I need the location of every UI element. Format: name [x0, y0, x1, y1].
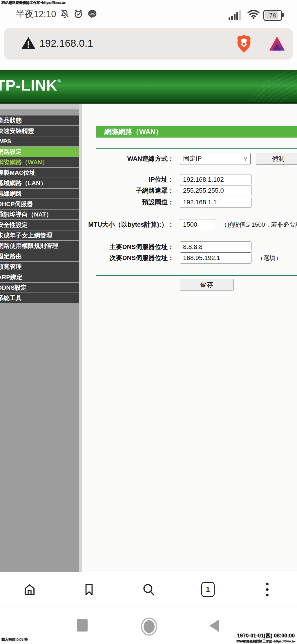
home-button[interactable]: [141, 618, 157, 636]
sidebar-item[interactable]: ARP綁定: [0, 272, 79, 282]
sidebar-item[interactable]: 頻寬管理: [0, 262, 79, 272]
mtu-label: MTU大小（以bytes計算):）：: [82, 220, 174, 229]
sidebar-item-label: 區域網路（LAN）: [0, 179, 46, 187]
mtu-note: （預設值是1500，若非必要請勿更: [221, 221, 297, 229]
dns1-input[interactable]: [180, 241, 251, 252]
clock: 半夜12:10: [16, 8, 56, 20]
sidebar-item-label: 安全性設定: [0, 221, 28, 229]
sidebar-item-label: 未成年子女上網管理: [0, 231, 52, 239]
dns1-row: 主要DNS伺服器位址：: [82, 241, 251, 252]
ip-row: IP位址：: [82, 174, 251, 185]
sidebar: 產品狀態快速安裝精靈WPS網路設定網際網路（WAN）複製MAC位址區域網路（LA…: [0, 104, 82, 572]
tab-count: 1: [201, 582, 215, 597]
save-button[interactable]: 儲存: [180, 279, 234, 291]
separator-line: [96, 275, 297, 276]
wan-type-label: WAN連線方式：: [82, 154, 174, 163]
dns2-label: 次要DNS伺服器位址：: [82, 254, 174, 262]
sidebar-item[interactable]: 安全性設定: [0, 220, 79, 230]
sidebar-item[interactable]: 區域網路（LAN）: [0, 178, 79, 188]
sidebar-item[interactable]: DHCP伺服器: [0, 199, 79, 209]
gateway-input[interactable]: [180, 197, 251, 208]
watermark-bottom: 3WA網路疑難排除工作室~https://3ma.tw: [236, 639, 295, 643]
sidebar-item[interactable]: 網路使用權限規則管理: [0, 241, 79, 251]
sidebar-item-label: 複製MAC位址: [0, 169, 36, 177]
sidebar-item[interactable]: 產品狀態: [0, 116, 79, 125]
gateway-row: 預設閘道：: [82, 197, 251, 208]
recents-button[interactable]: [77, 619, 88, 632]
gateway-label: 預設閘道：: [82, 198, 174, 207]
sidebar-item-label: 網路使用權限規則管理: [0, 242, 58, 250]
sidebar-menu: 產品狀態快速安裝精靈WPS網路設定網際網路（WAN）複製MAC位址區域網路（LA…: [0, 116, 79, 303]
ip-input[interactable]: [180, 174, 251, 185]
menu-dots-icon[interactable]: [259, 581, 276, 598]
datetime-text: 1970-01-01(四) 08:00:00: [237, 632, 295, 639]
sidebar-item[interactable]: 通訊埠導向（NAT）: [0, 210, 79, 219]
status-bar: 半夜12:10 LINE: [0, 5, 297, 23]
mtu-row: MTU大小（以bytes計算):）： （預設值是1500，若非必要請勿更: [82, 219, 297, 230]
battery-percent: 78: [264, 11, 281, 20]
back-button[interactable]: [209, 619, 219, 632]
wan-type-row: WAN連線方式： 固定IP ∨ 偵測: [82, 153, 297, 165]
tplink-banner: TP-LINK®: [0, 70, 297, 102]
sidebar-item-label: 網路設定: [0, 148, 22, 156]
wan-type-value: 固定IP: [183, 154, 202, 163]
warning-triangle-icon[interactable]: [21, 36, 36, 51]
svg-text:LINE: LINE: [89, 12, 95, 15]
separator-line: [96, 148, 297, 149]
address-bar[interactable]: 192.168.0.1: [4, 28, 293, 59]
sidebar-item-label: 頻寬管理: [0, 263, 22, 271]
sidebar-item[interactable]: 複製MAC位址: [0, 168, 79, 178]
tplink-logo: TP-LINK®: [0, 77, 61, 94]
browser-bottom-nav: 1: [0, 572, 297, 607]
detect-button[interactable]: 偵測: [256, 153, 297, 165]
page-title: 網際網路（WAN）: [104, 127, 162, 136]
sidebar-item-label: 產品狀態: [0, 116, 22, 125]
sidebar-item[interactable]: 固定路由: [0, 251, 79, 261]
subnet-mask-row: 子網路遮罩：: [82, 185, 251, 196]
sidebar-top-strip: [0, 104, 79, 109]
dns2-note: （選填）: [257, 254, 282, 262]
sidebar-item[interactable]: 網路設定: [0, 147, 79, 157]
ip-label: IP位址：: [82, 175, 174, 184]
sidebar-item-label: 固定路由: [0, 252, 22, 260]
mtu-input[interactable]: [180, 219, 215, 230]
search-icon[interactable]: [140, 581, 157, 598]
line-app-icon: LINE: [87, 9, 97, 20]
sidebar-item-label: 通訊埠導向（NAT）: [0, 210, 52, 219]
sidebar-item[interactable]: WPS: [0, 136, 79, 146]
bookmark-icon[interactable]: [80, 581, 98, 598]
banner-decoration: [184, 70, 297, 102]
sidebar-item-label: 無線網路: [0, 190, 22, 198]
wan-type-select[interactable]: 固定IP ∨: [180, 153, 251, 165]
sidebar-item-label: DHCP伺服器: [0, 200, 33, 208]
watermark-top: 3WA網路疑難排除工作室~https://3ma.tw: [1, 0, 66, 5]
sidebar-item[interactable]: 快速安裝精靈: [0, 126, 79, 136]
dns1-label: 主要DNS伺服器位址：: [82, 243, 174, 251]
page-title-bar: 網際網路（WAN）: [96, 126, 297, 138]
bell-muted-icon: [59, 9, 70, 20]
home-icon[interactable]: [21, 581, 38, 598]
phone-screen: 3WA網路疑難排除工作室~https://3ma.tw 半夜12:10 LINE: [0, 0, 297, 644]
dns2-input[interactable]: [180, 252, 251, 264]
battery-icon: 78: [263, 10, 282, 21]
signal-strength-icon: [229, 10, 244, 20]
wifi-icon: [247, 9, 260, 21]
sidebar-item-label: WPS: [0, 138, 11, 145]
chevron-down-icon: ∨: [244, 156, 247, 162]
url-text[interactable]: 192.168.0.1: [39, 37, 93, 49]
sidebar-item[interactable]: 系統工具: [0, 293, 79, 303]
sidebar-item-label: 系統工具: [0, 294, 22, 302]
tab-switcher-button[interactable]: 1: [199, 581, 217, 598]
subnet-mask-label: 子網路遮罩：: [82, 186, 174, 195]
sidebar-item[interactable]: DDNS設定: [0, 283, 79, 293]
sidebar-item[interactable]: 未成年子女上網管理: [0, 230, 79, 240]
sidebar-item-label: DDNS設定: [0, 284, 27, 292]
sidebar-item-label: 快速安裝精靈: [0, 127, 34, 135]
subnet-mask-input[interactable]: [180, 185, 251, 196]
sidebar-item[interactable]: 網際網路（WAN）: [0, 157, 79, 167]
sidebar-item-label: ARP綁定: [0, 273, 22, 281]
sidebar-item[interactable]: 無線網路: [0, 189, 79, 199]
bat-rewards-icon[interactable]: [269, 36, 285, 53]
brave-lion-icon[interactable]: [236, 33, 252, 55]
alarm-clock-icon: [73, 9, 84, 20]
